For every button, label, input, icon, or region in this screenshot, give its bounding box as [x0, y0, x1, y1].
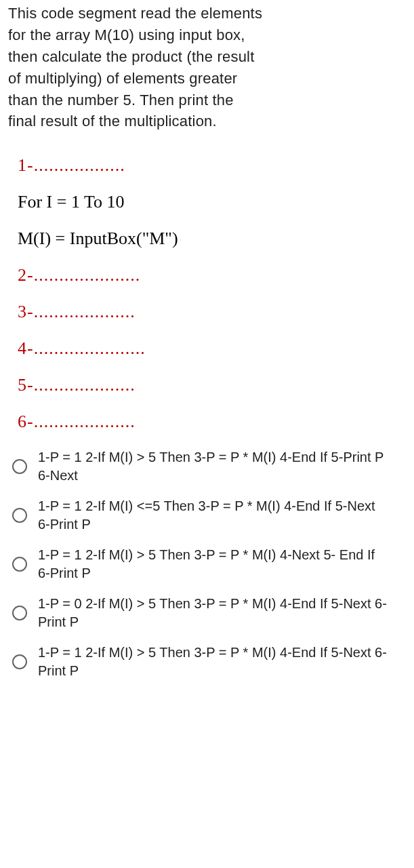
intro-line: for the array M(10) using input box, — [8, 24, 406, 46]
option-text: 1-P = 1 2-If M(I) > 5 Then 3-P = P * M(I… — [38, 546, 390, 583]
option-1[interactable]: 1-P = 1 2-If M(I) > 5 Then 3-P = P * M(I… — [12, 448, 406, 485]
intro-line: of multiplying) of elements greater — [8, 68, 406, 90]
intro-line: This code segment read the elements — [8, 3, 406, 24]
intro-line: then calculate the product (the result — [8, 46, 406, 68]
option-text: 1-P = 0 2-If M(I) > 5 Then 3-P = P * M(I… — [38, 595, 390, 631]
radio-icon[interactable] — [12, 557, 27, 572]
radio-icon[interactable] — [12, 459, 27, 474]
code-line-for: For I = 1 To 10 — [18, 192, 406, 212]
option-text: 1-P = 1 2-If M(I) > 5 Then 3-P = P * M(I… — [38, 644, 390, 680]
blank-5: 5-.................... — [18, 375, 406, 395]
blank-3: 3-.................... — [18, 302, 406, 322]
question-intro: This code segment read the elements for … — [8, 3, 406, 132]
option-text: 1-P = 1 2-If M(I) <=5 Then 3-P = P * M(I… — [38, 497, 390, 534]
blank-4: 4-...................... — [18, 338, 406, 359]
option-4[interactable]: 1-P = 0 2-If M(I) > 5 Then 3-P = P * M(I… — [12, 595, 406, 631]
radio-icon[interactable] — [12, 654, 27, 669]
blank-1: 1-.................. — [18, 155, 406, 176]
blank-2: 2-..................... — [18, 265, 406, 285]
code-line-inputbox: M(I) = InputBox("M") — [18, 229, 406, 249]
code-block: 1-.................. For I = 1 To 10 M(I… — [8, 155, 406, 432]
radio-icon[interactable] — [12, 508, 27, 523]
option-2[interactable]: 1-P = 1 2-If M(I) <=5 Then 3-P = P * M(I… — [12, 497, 406, 534]
option-3[interactable]: 1-P = 1 2-If M(I) > 5 Then 3-P = P * M(I… — [12, 546, 406, 583]
options-list: 1-P = 1 2-If M(I) > 5 Then 3-P = P * M(I… — [8, 448, 406, 680]
intro-line: final result of the multiplication. — [8, 111, 406, 132]
radio-icon[interactable] — [12, 606, 27, 620]
intro-line: than the number 5. Then print the — [8, 90, 406, 111]
option-text: 1-P = 1 2-If M(I) > 5 Then 3-P = P * M(I… — [38, 448, 390, 485]
question-page: This code segment read the elements for … — [0, 0, 414, 696]
blank-6: 6-.................... — [18, 412, 406, 432]
option-5[interactable]: 1-P = 1 2-If M(I) > 5 Then 3-P = P * M(I… — [12, 644, 406, 680]
